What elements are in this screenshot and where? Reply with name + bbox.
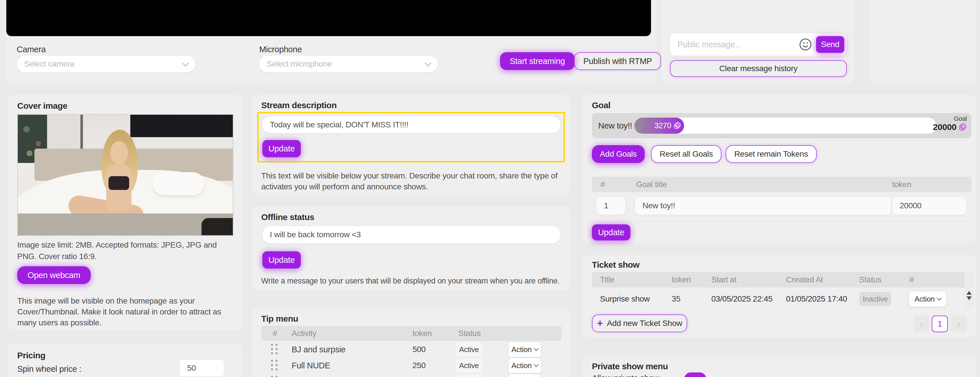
stream-description-title: Stream description: [261, 100, 337, 110]
col-status: Status: [859, 275, 881, 284]
spin-wheel-price-input[interactable]: [180, 360, 224, 376]
add-ticket-show-button[interactable]: + Add new Ticket Show: [592, 315, 687, 332]
scroll-up-icon[interactable]: [967, 291, 972, 295]
pagination-prev-button[interactable]: ‹: [913, 316, 929, 332]
table-row: Strip 100 Active Action: [252, 374, 570, 377]
tip-menu-card: Tip menu # Activity token Status BJ and …: [252, 307, 570, 377]
divider: [587, 221, 972, 222]
ticket-table-header: Title token Start at Created At Status #: [592, 272, 974, 288]
camera-select-placeholder: Select camera: [24, 59, 74, 68]
cover-visibility-note: This image will be visible on the homepa…: [17, 296, 236, 328]
drag-handle-icon[interactable]: [271, 360, 278, 371]
col-status: Status: [458, 329, 481, 338]
video-preview: [6, 0, 651, 36]
action-dropdown[interactable]: Action: [509, 358, 541, 373]
col-goal-title: Goal title: [636, 180, 667, 189]
clear-message-history-button[interactable]: Clear message history: [670, 60, 847, 77]
pricing-title: Pricing: [17, 351, 45, 360]
tip-token: 500: [412, 345, 426, 354]
offline-status-note: Write a message to your users that will …: [261, 275, 560, 286]
offline-status-title: Offline status: [261, 212, 314, 222]
col-start-at: Start at: [711, 275, 737, 284]
drag-handle-icon[interactable]: [271, 344, 278, 355]
col-activity: Activity: [292, 329, 317, 338]
publish-rtmp-button[interactable]: Publish with RTMP: [574, 52, 661, 70]
microphone-label: Microphone: [259, 45, 302, 54]
goal-title: Goal: [592, 100, 611, 110]
goal-progress-panel: New toy!! 3270 Goal 20000: [592, 113, 971, 138]
add-goals-button[interactable]: Add Goals: [592, 145, 645, 163]
ticket-show-title: Ticket show: [592, 260, 640, 270]
chevron-down-icon: [425, 60, 431, 67]
col-token: token: [672, 275, 691, 284]
smiley-icon[interactable]: [799, 38, 812, 51]
chat-input-box: Send: [670, 33, 847, 56]
scroll-down-icon[interactable]: [967, 296, 972, 300]
microphone-select[interactable]: Select microphone: [259, 56, 438, 72]
col-token: token: [412, 329, 432, 338]
start-streaming-button[interactable]: Start streaming: [500, 52, 575, 70]
send-button[interactable]: Send: [816, 36, 844, 53]
action-dropdown[interactable]: Action: [909, 291, 946, 306]
toggle-switch[interactable]: [684, 372, 706, 377]
reset-all-goals-button[interactable]: Reset all Goals: [651, 145, 721, 163]
ticket-start-at: 03/05/2025 22:45: [711, 294, 772, 304]
stream-description-note: This text will be visible below your str…: [261, 170, 564, 192]
update-offline-status-button[interactable]: Update: [262, 251, 301, 269]
action-dropdown[interactable]: Action: [509, 342, 541, 357]
col-hash: #: [273, 329, 277, 338]
goal-title-input[interactable]: [635, 197, 891, 215]
chevron-down-icon: [937, 296, 942, 301]
table-row: Full NUDE 250 Active Action: [252, 358, 570, 374]
col-created-at: Created At: [786, 275, 823, 284]
cover-image-upload[interactable]: [17, 114, 233, 236]
tip-menu-header: # Activity token Status: [261, 326, 562, 341]
goal-target-label: Goal: [933, 115, 967, 122]
open-webcam-button[interactable]: Open webcam: [17, 266, 91, 284]
goal-table-header: # Goal title token: [592, 177, 971, 192]
stream-description-input[interactable]: [262, 116, 560, 133]
goal-target-value: 20000: [933, 122, 956, 132]
camera-label: Camera: [17, 45, 46, 54]
offline-status-card: Offline status Update Write a message to…: [252, 206, 570, 290]
camera-select[interactable]: Select camera: [17, 56, 195, 72]
cover-title: Cover image: [17, 101, 67, 111]
action-dropdown[interactable]: Action: [509, 374, 541, 377]
goal-progress-fill: 3270: [635, 118, 684, 134]
tip-menu-title: Tip menu: [261, 314, 298, 324]
status-badge: Active: [456, 342, 482, 357]
private-show-title: Private show menu: [592, 361, 668, 371]
microphone-select-placeholder: Select microphone: [267, 59, 332, 68]
reset-remain-tokens-button[interactable]: Reset remain Tokens: [725, 145, 817, 163]
ticket-created-at: 01/05/2025 17:40: [786, 294, 847, 304]
offline-status-input[interactable]: [262, 226, 560, 243]
status-badge: Active: [456, 374, 482, 377]
goal-progress-track: 3270: [635, 118, 936, 134]
public-message-input[interactable]: [670, 33, 799, 56]
goal-progress-value: 3270: [654, 121, 671, 130]
ticket-title: Surprise show: [600, 294, 650, 304]
goal-target: Goal 20000: [933, 115, 967, 132]
goal-index-input[interactable]: [597, 197, 625, 215]
update-description-button[interactable]: Update: [262, 140, 301, 157]
photo-dark-painting: [130, 115, 233, 137]
ticket-show-card: Ticket show Title token Start at Created…: [583, 255, 977, 337]
private-show-menu-card: Private show menu Allow private show: [583, 356, 977, 377]
stream-description-card: Stream description Update This text will…: [252, 95, 570, 195]
update-goal-button[interactable]: Update: [592, 224, 630, 240]
pagination-next-button[interactable]: ›: [951, 316, 967, 332]
table-scrollbar[interactable]: [964, 272, 974, 309]
col-hash: #: [909, 275, 914, 284]
drag-handle-icon[interactable]: [271, 376, 278, 377]
tip-activity: BJ and surpsie: [292, 345, 345, 354]
stream-setup-card: Camera Select camera Microphone Select m…: [6, 0, 657, 83]
table-row: BJ and surpsie 500 Active Action: [252, 341, 570, 358]
goal-name: New toy!!: [598, 121, 632, 130]
goal-token-input[interactable]: [892, 197, 966, 215]
ticket-token: 35: [672, 294, 681, 304]
chevron-down-icon: [534, 346, 539, 351]
chevron-down-icon: [182, 60, 189, 67]
col-hash: #: [600, 180, 605, 189]
spin-wheel-price-label: Spin wheel price :: [17, 364, 81, 374]
pagination-page-1[interactable]: 1: [932, 316, 948, 332]
